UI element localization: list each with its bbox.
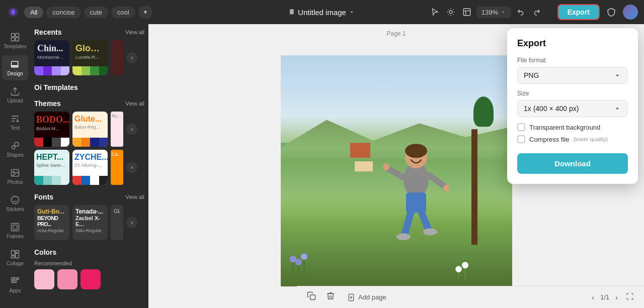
font-item-2[interactable]: Tenada-... Zacbel X-E... Stilu-Regular xyxy=(72,205,108,240)
photo-icon xyxy=(10,168,20,178)
sidebar-item-text[interactable]: Text xyxy=(2,110,28,135)
file-format-value: PNG xyxy=(524,71,539,79)
fonts-next-btn[interactable]: › xyxy=(126,217,137,228)
sidebar-item-photos[interactable]: Photos xyxy=(2,164,28,189)
tag-filters: All concise cute cool ▾ xyxy=(24,6,152,19)
sticker-icon xyxy=(10,195,20,205)
compress-row[interactable]: Compress file (lower quality) xyxy=(517,135,628,143)
sidebar-item-frames[interactable]: Frames xyxy=(2,218,28,243)
font-sub-2: Stilu-Regular xyxy=(75,228,105,233)
theme-sub-1: Bodoni M... xyxy=(34,126,69,131)
file-format-select[interactable]: PNG xyxy=(517,67,628,84)
theme-font-5: ZYCHE... xyxy=(72,150,108,163)
magic-tool-btn[interactable] xyxy=(444,6,457,19)
tag-cute[interactable]: cute xyxy=(84,7,109,18)
svg-rect-7 xyxy=(12,38,15,41)
next-page-btn[interactable]: › xyxy=(613,291,620,303)
tag-more-btn[interactable]: ▾ xyxy=(138,6,152,19)
svg-rect-10 xyxy=(15,142,18,146)
font-name-2: Tenada-... xyxy=(75,208,105,215)
grid-icon xyxy=(10,32,20,42)
recents-next-btn[interactable]: › xyxy=(126,52,137,63)
zoom-chevron-icon xyxy=(500,9,506,15)
export-panel: Export File format PNG Size 1x (400 × 40… xyxy=(507,28,638,184)
sidebar-item-upload[interactable]: Upload xyxy=(2,82,28,108)
svg-point-13 xyxy=(12,196,19,204)
tag-concise[interactable]: concise xyxy=(46,7,80,18)
avatar[interactable] xyxy=(623,5,638,20)
shield-icon-btn[interactable] xyxy=(604,5,619,20)
copy-btn[interactable] xyxy=(305,289,318,305)
recent-item-1[interactable]: Chin... Montserrat-... xyxy=(34,40,69,75)
color-swatch-2[interactable] xyxy=(57,269,77,289)
recent-item-3[interactable] xyxy=(111,40,123,75)
sidebar-label-apps: Apps xyxy=(10,288,21,293)
delete-btn[interactable] xyxy=(324,289,337,305)
theme-item-3[interactable]: Ru... xyxy=(111,112,123,147)
pointer-tool-btn[interactable] xyxy=(428,6,441,19)
fonts-header: Fonts View all xyxy=(34,193,144,201)
fonts-section: Fonts View all Guti-Bo... BEYOND PRO... … xyxy=(34,193,144,240)
sidebar-item-shapes[interactable]: Shapes xyxy=(2,137,28,162)
theme-font-2: Glute... xyxy=(72,112,108,125)
color-swatch-3[interactable] xyxy=(80,269,101,289)
sidebar-label-stickers: Stickers xyxy=(6,207,24,212)
tree-trunk xyxy=(471,129,477,245)
theme-colors-5 xyxy=(72,176,108,185)
export-button[interactable]: Export xyxy=(557,4,600,20)
undo-btn[interactable] xyxy=(514,6,527,19)
recents-view-all[interactable]: View all xyxy=(125,29,144,35)
sidebar-item-collage[interactable]: Collage xyxy=(2,245,28,270)
layout-tool-btn[interactable] xyxy=(460,6,473,19)
add-page-label: Add page xyxy=(358,293,386,301)
svg-rect-39 xyxy=(310,295,315,300)
themes-view-all[interactable]: View all xyxy=(125,100,144,107)
themes-row2-next[interactable]: › xyxy=(126,162,137,173)
svg-rect-14 xyxy=(12,224,19,231)
page-label: Page 1 xyxy=(386,30,406,37)
svg-rect-22 xyxy=(17,278,19,280)
theme-item-4[interactable]: HEPT... Spline Sans-... xyxy=(34,150,69,185)
tag-cool[interactable]: cool xyxy=(111,7,135,18)
size-chevron-icon xyxy=(613,105,621,113)
theme-item-2[interactable]: Glute... Baloo-Reg... xyxy=(72,112,108,147)
fit-btn[interactable] xyxy=(624,290,636,304)
font-item-1[interactable]: Guti-Bo... BEYOND PRO... Anta-Regular xyxy=(34,205,69,240)
sidebar-item-apps[interactable]: Apps xyxy=(2,272,28,297)
color-swatch-1[interactable] xyxy=(34,269,54,289)
svg-rect-20 xyxy=(12,278,14,280)
prev-page-btn[interactable]: ‹ xyxy=(590,291,597,303)
topbar-tools: 139% xyxy=(428,6,543,19)
recents-title: Recents xyxy=(34,28,61,36)
svg-rect-8 xyxy=(16,38,19,41)
download-button[interactable]: Download xyxy=(517,153,628,174)
add-page-btn[interactable]: Add page xyxy=(343,291,390,303)
sidebar-label-frames: Frames xyxy=(7,234,24,239)
theme-item-1[interactable]: BODO... Bodoni M... xyxy=(34,112,69,147)
redo-btn[interactable] xyxy=(530,6,543,19)
recents-grid: Chin... Montserrat-... Glooc... xyxy=(34,40,144,75)
theme-item-5[interactable]: ZYCHE... ZY Alluring-... xyxy=(72,150,108,185)
recent-item-2[interactable]: Glooc... Lucette-R... xyxy=(72,40,108,75)
doc-title[interactable]: Untitled image xyxy=(289,8,355,17)
transparent-bg-checkbox[interactable] xyxy=(517,123,525,131)
compress-checkbox[interactable] xyxy=(517,135,525,143)
transparent-bg-row[interactable]: Transparent background xyxy=(517,123,628,131)
theme-item-6[interactable]: Ca... xyxy=(111,150,123,185)
recents-header: Recents View all xyxy=(34,28,144,36)
themes-row1-next[interactable]: › xyxy=(126,124,137,135)
zoom-btn[interactable]: 139% xyxy=(476,7,511,18)
colors-title: Colors xyxy=(34,248,56,256)
tag-all[interactable]: All xyxy=(24,7,43,18)
fonts-view-all[interactable]: View all xyxy=(125,194,144,200)
size-select[interactable]: 1x (400 × 400 px) xyxy=(517,100,628,117)
sidebar-item-stickers[interactable]: Stickers xyxy=(2,191,28,216)
main-area: Templates Design Upload Text xyxy=(0,24,644,308)
upload-icon xyxy=(10,86,20,96)
font-item-3[interactable]: GL xyxy=(111,205,123,240)
bottom-right-tools: ‹ 1/1 › xyxy=(590,290,636,304)
canva-logo[interactable] xyxy=(6,5,20,19)
sidebar-item-templates[interactable]: Templates xyxy=(2,28,28,53)
sidebar-item-design[interactable]: Design xyxy=(2,55,28,80)
topbar-center: Untitled image xyxy=(289,8,355,17)
